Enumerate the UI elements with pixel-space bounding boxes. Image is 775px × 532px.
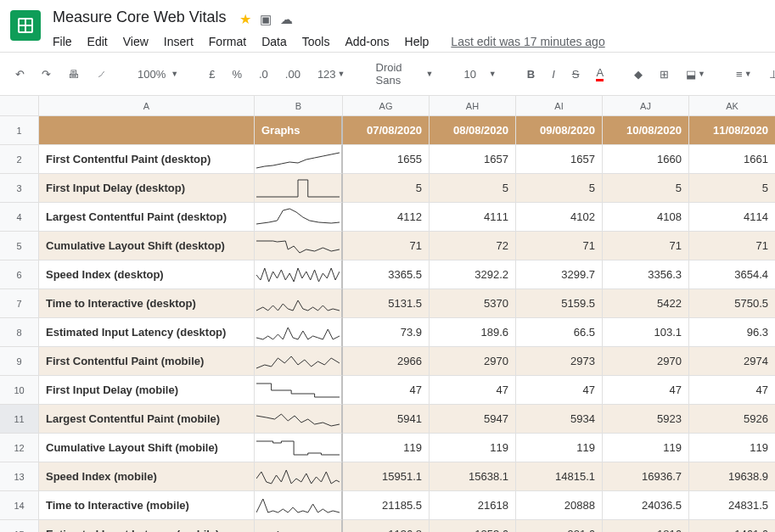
metric-label[interactable]: Estimated Input Latency (mobile) [39,520,255,532]
data-cell[interactable]: 5947 [430,405,516,434]
row-header[interactable]: 13 [0,462,39,491]
data-cell[interactable]: 1660 [603,145,689,174]
text-color-button[interactable]: A [591,63,609,85]
italic-button[interactable]: I [547,64,560,84]
data-cell[interactable]: 5 [603,174,689,203]
metric-label[interactable]: Speed Index (mobile) [39,462,255,491]
col-header-AJ[interactable]: AJ [603,96,689,116]
data-cell[interactable]: 71 [343,232,430,260]
borders-button[interactable]: ⊞ [654,64,674,84]
row-header[interactable]: 1 [0,116,39,145]
data-cell[interactable]: 103.1 [603,318,689,347]
data-cell[interactable]: 3356.3 [603,260,689,289]
row-header[interactable]: 2 [0,145,39,174]
metric-label[interactable]: Speed Index (desktop) [39,260,255,289]
sparkline-cell[interactable] [255,318,343,347]
data-cell[interactable]: 5941 [343,405,430,434]
sparkline-cell[interactable] [255,462,343,491]
row-header[interactable]: 4 [0,203,39,232]
sparkline-cell[interactable] [255,232,343,260]
data-cell[interactable]: 21618 [430,491,516,520]
decrease-decimal-button[interactable]: .0 [254,64,273,84]
increase-decimal-button[interactable]: .00 [280,64,306,84]
data-cell[interactable]: 5923 [603,405,689,434]
menu-file[interactable]: File [53,35,72,48]
data-cell[interactable]: 1253.6 [430,520,516,532]
data-cell[interactable]: 1136.8 [343,520,430,532]
row-header[interactable]: 8 [0,318,39,347]
data-cell[interactable]: 5934 [516,405,603,434]
data-cell[interactable]: 4112 [343,203,430,232]
valign-button[interactable]: ⊥▼ [764,64,775,84]
data-cell[interactable]: 21185.5 [343,491,430,520]
sparkline-cell[interactable] [255,174,343,203]
metric-label[interactable]: Cumulative Layout Shift (desktop) [39,232,255,260]
undo-button[interactable]: ↶ [10,64,30,84]
metric-label[interactable]: Time to Interactive (desktop) [39,289,255,318]
data-cell[interactable]: 5159.5 [516,289,603,318]
data-cell[interactable]: 16936.7 [603,462,689,491]
data-cell[interactable]: 921.6 [516,520,603,532]
data-cell[interactable]: 1661 [689,145,775,174]
col-header-AG[interactable]: AG [343,96,430,116]
menu-data[interactable]: Data [261,35,287,48]
merge-button[interactable]: ⬓▼ [681,64,710,84]
data-cell[interactable]: 119 [603,434,689,462]
data-cell[interactable]: 3654.4 [689,260,775,289]
row-header[interactable]: 5 [0,232,39,260]
data-cell[interactable]: 5131.5 [343,289,430,318]
bold-button[interactable]: B [522,64,540,84]
data-cell[interactable]: 119 [689,434,775,462]
sparkline-cell[interactable] [255,520,343,532]
data-cell[interactable]: 5926 [689,405,775,434]
percent-button[interactable]: % [227,64,247,84]
metric-label[interactable]: First Input Delay (mobile) [39,376,255,405]
data-cell[interactable]: 2970 [430,347,516,376]
menu-help[interactable]: Help [405,35,430,48]
data-cell[interactable]: 3299.7 [516,260,603,289]
menu-tools[interactable]: Tools [302,35,330,48]
metric-label[interactable]: Cumulative Layout Shift (mobile) [39,434,255,462]
metric-label[interactable]: Estimated Input Latency (desktop) [39,318,255,347]
menu-view[interactable]: View [123,35,149,48]
move-icon[interactable]: ▣ [260,12,272,27]
metric-label[interactable]: Largest Contentful Paint (desktop) [39,203,255,232]
data-cell[interactable]: 71 [516,232,603,260]
data-cell[interactable]: 5 [689,174,775,203]
menu-format[interactable]: Format [209,35,246,48]
metric-label[interactable]: Time to Interactive (mobile) [39,491,255,520]
data-cell[interactable]: 1816 [603,520,689,532]
data-cell[interactable]: 47 [516,376,603,405]
cell[interactable]: 08/08/2020 [430,116,516,145]
col-header-AK[interactable]: AK [689,96,775,116]
cell[interactable]: Graphs [255,116,343,145]
data-cell[interactable]: 1461.6 [689,520,775,532]
menu-insert[interactable]: Insert [164,35,194,48]
sparkline-cell[interactable] [255,289,343,318]
row-header[interactable]: 11 [0,405,39,434]
paint-format-button[interactable]: ⟋ [91,64,112,84]
sparkline-cell[interactable] [255,434,343,462]
data-cell[interactable]: 47 [430,376,516,405]
sparkline-cell[interactable] [255,203,343,232]
doc-title[interactable]: Measure Core Web Vitals [49,7,229,28]
data-cell[interactable]: 4108 [603,203,689,232]
row-header[interactable]: 6 [0,260,39,289]
fill-color-button[interactable]: ◆ [629,64,648,84]
cloud-icon[interactable]: ☁ [280,12,293,27]
data-cell[interactable]: 66.5 [516,318,603,347]
data-cell[interactable]: 47 [343,376,430,405]
select-all-cell[interactable] [0,96,39,116]
data-cell[interactable]: 47 [689,376,775,405]
data-cell[interactable]: 71 [603,232,689,260]
strike-button[interactable]: S [567,64,585,84]
col-header-A[interactable]: A [39,96,255,116]
col-header-AI[interactable]: AI [516,96,603,116]
data-cell[interactable]: 3292.2 [430,260,516,289]
col-header-AH[interactable]: AH [430,96,516,116]
metric-label[interactable]: Largest Contentful Paint (mobile) [39,405,255,434]
data-cell[interactable]: 15638.1 [430,462,516,491]
data-cell[interactable]: 5 [516,174,603,203]
data-cell[interactable]: 20888 [516,491,603,520]
data-cell[interactable]: 47 [603,376,689,405]
